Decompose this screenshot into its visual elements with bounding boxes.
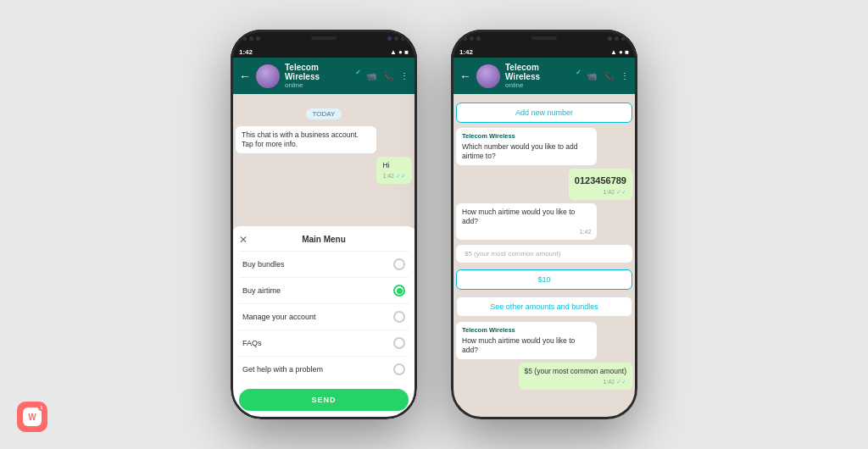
camera-r xyxy=(608,36,612,41)
sensor-r2 xyxy=(394,36,398,41)
phone-right: 1:42 ▲ ● ■ ← Telecom Wireless ✓ online 📹… xyxy=(451,30,637,419)
sensor-mid-r xyxy=(470,36,474,41)
wa-header-left: ← Telecom Wireless ✓ online 📹 📞 ⋮ xyxy=(231,58,417,94)
sensor-r3 xyxy=(401,36,405,41)
airtime-amount-button[interactable]: $10 xyxy=(456,269,632,290)
verified-icon-right: ✓ xyxy=(576,69,581,76)
menu-item-faq[interactable]: FAQs xyxy=(239,330,409,356)
avatar-left xyxy=(256,64,280,88)
ticks-amount: ✓✓ xyxy=(616,378,626,385)
phone-top-bar-left xyxy=(231,30,417,47)
wa-header-right: ← Telecom Wireless ✓ online 📹 📞 ⋮ xyxy=(451,58,637,94)
airtime-question-msg: How much airtime would you like to add? … xyxy=(456,203,597,240)
business-name-1: Telecom Wireless xyxy=(462,132,591,141)
sensor-right xyxy=(256,36,260,41)
menu-overlay: ✕ Main Menu Buy bundles Buy airtime Mana… xyxy=(231,226,417,419)
header-icons-left: 📹 📞 ⋮ xyxy=(366,71,409,80)
radio-bundles[interactable] xyxy=(393,258,405,270)
business-msg-2-text: How much airtime would you like to add? xyxy=(462,336,575,354)
phone-top-bar-right xyxy=(451,30,637,47)
menu-item-bundles[interactable]: Buy bundles xyxy=(239,251,409,277)
menu-item-label-manage: Manage your account xyxy=(242,313,316,321)
airtime-input[interactable]: $5 (your most common amount) xyxy=(456,245,632,263)
menu-item-label-help: Get help with a problem xyxy=(242,365,323,374)
status-right: online xyxy=(505,81,581,89)
logo-dot: 1 xyxy=(38,404,45,411)
back-button-right[interactable]: ← xyxy=(459,69,471,83)
contact-name-right: Telecom Wireless xyxy=(505,63,573,81)
add-number-button[interactable]: Add new number xyxy=(456,103,632,123)
sensor-r2r xyxy=(615,36,619,41)
menu-close-button[interactable]: ✕ xyxy=(239,234,248,246)
logo-badge: W 1 xyxy=(17,402,47,432)
date-badge-left: TODAY xyxy=(236,104,412,119)
header-icons-right: 📹 📞 ⋮ xyxy=(587,71,629,80)
user-number-text: 0123456789 xyxy=(575,175,626,186)
business-msg-1: Telecom Wireless Which number would you … xyxy=(456,128,597,165)
sensor-r3r xyxy=(621,36,626,41)
ticks-hi: ✓✓ xyxy=(396,172,406,180)
send-button[interactable]: SEND xyxy=(239,389,409,411)
sensor-left-r xyxy=(463,36,467,41)
more-icon[interactable]: ⋮ xyxy=(400,71,409,80)
camera xyxy=(387,36,392,41)
status-icons-right: ▲ ● ■ xyxy=(610,48,629,56)
video-icon-r[interactable]: 📹 xyxy=(587,71,597,80)
phone-left: 1:42 ▲ ● ■ ← Telecom Wireless ✓ online 📹… xyxy=(231,30,417,419)
airtime-question-text: How much airtime would you like to add? xyxy=(462,208,575,225)
status-time-right: 1:42 xyxy=(459,48,473,56)
chat-area-left: TODAY This chat is with a business accou… xyxy=(231,94,417,419)
sensor-left xyxy=(242,36,247,41)
speaker-r xyxy=(531,36,557,40)
messages-right: Add new number Telecom Wireless Which nu… xyxy=(451,94,637,419)
status-icons-left: ▲ ● ■ xyxy=(390,48,409,56)
avatar-right xyxy=(476,64,500,88)
call-icon[interactable]: 📞 xyxy=(383,71,393,80)
speaker xyxy=(311,36,337,40)
contact-info-right: Telecom Wireless ✓ online xyxy=(505,63,581,89)
call-icon-r[interactable]: 📞 xyxy=(604,71,614,80)
business-name-2: Telecom Wireless xyxy=(462,326,591,335)
contact-name-left: Telecom Wireless xyxy=(285,63,353,81)
contact-info-left: Telecom Wireless ✓ online xyxy=(285,63,361,89)
business-msg-2: Telecom Wireless How much airtime would … xyxy=(456,322,597,359)
menu-item-label-airtime: Buy airtime xyxy=(242,286,281,295)
radio-help[interactable] xyxy=(393,363,405,375)
see-other-button[interactable]: See other amounts and bundles xyxy=(456,297,632,317)
menu-item-help[interactable]: Get help with a problem xyxy=(239,356,409,382)
business-msg-1-text: Which number would you like to add airti… xyxy=(462,142,578,160)
menu-item-manage[interactable]: Manage your account xyxy=(239,303,409,330)
sensor-mid xyxy=(249,36,253,41)
ticks-number: ✓✓ xyxy=(616,188,626,196)
common-amount-msg: $5 (your most common amount) 1:42 ✓✓ xyxy=(519,363,632,390)
sensor-right-r xyxy=(476,36,481,41)
status-left: online xyxy=(285,81,361,89)
radio-airtime[interactable] xyxy=(393,285,405,297)
video-icon[interactable]: 📹 xyxy=(366,71,376,80)
verified-icon-left: ✓ xyxy=(355,69,361,76)
radio-faq[interactable] xyxy=(393,337,405,349)
back-button-left[interactable]: ← xyxy=(239,69,251,83)
logo-inner: W 1 xyxy=(23,407,42,426)
business-notice-msg: This chat is with a business account. Ta… xyxy=(236,126,376,153)
hi-msg: Hi 1:42 ✓✓ xyxy=(376,157,412,184)
chat-area-right: Add new number Telecom Wireless Which nu… xyxy=(451,94,637,419)
status-time-left: 1:42 xyxy=(239,48,253,56)
radio-manage[interactable] xyxy=(393,311,405,323)
common-amount-text: $5 (your most common amount) xyxy=(525,367,626,375)
user-number-msg: 0123456789 1:42 ✓✓ xyxy=(569,169,632,200)
menu-title: Main Menu xyxy=(302,235,346,244)
menu-header: ✕ Main Menu xyxy=(239,235,409,244)
menu-item-label-bundles: Buy bundles xyxy=(242,260,285,269)
more-icon-r[interactable]: ⋮ xyxy=(620,71,629,80)
menu-item-label-faq: FAQs xyxy=(242,339,262,347)
menu-item-airtime[interactable]: Buy airtime xyxy=(239,277,409,303)
